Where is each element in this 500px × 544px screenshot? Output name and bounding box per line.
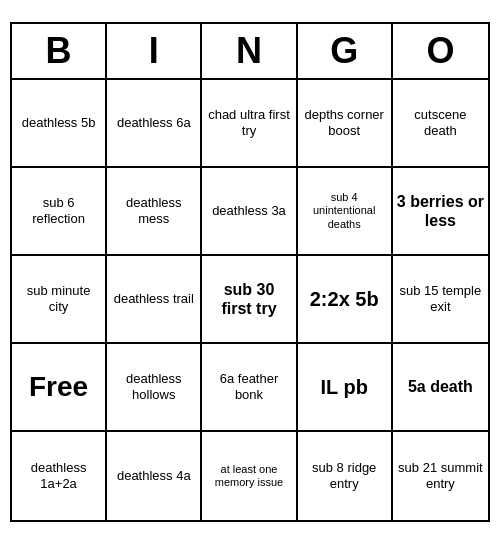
- bingo-board: BINGO deathless 5bdeathless 6achad ultra…: [10, 22, 490, 522]
- header-letter-n: N: [202, 24, 297, 78]
- bingo-cell-11: deathless trail: [107, 256, 202, 344]
- bingo-cell-2: chad ultra first try: [202, 80, 297, 168]
- bingo-cell-6: deathless mess: [107, 168, 202, 256]
- bingo-cell-4: cutscene death: [393, 80, 488, 168]
- header-letter-g: G: [298, 24, 393, 78]
- bingo-cell-1: deathless 6a: [107, 80, 202, 168]
- bingo-cell-13: 2:2x 5b: [298, 256, 393, 344]
- bingo-cell-16: deathless hollows: [107, 344, 202, 432]
- bingo-cell-21: deathless 4a: [107, 432, 202, 520]
- bingo-cell-7: deathless 3a: [202, 168, 297, 256]
- bingo-cell-20: deathless 1a+2a: [12, 432, 107, 520]
- bingo-cell-19: 5a death: [393, 344, 488, 432]
- header-letter-b: B: [12, 24, 107, 78]
- bingo-cell-22: at least one memory issue: [202, 432, 297, 520]
- bingo-cell-8: sub 4 unintentional deaths: [298, 168, 393, 256]
- bingo-cell-12: sub 30 first try: [202, 256, 297, 344]
- bingo-cell-23: sub 8 ridge entry: [298, 432, 393, 520]
- bingo-cell-18: IL pb: [298, 344, 393, 432]
- header-letter-i: I: [107, 24, 202, 78]
- bingo-cell-9: 3 berries or less: [393, 168, 488, 256]
- bingo-cell-0: deathless 5b: [12, 80, 107, 168]
- bingo-cell-14: sub 15 temple exit: [393, 256, 488, 344]
- bingo-grid: deathless 5bdeathless 6achad ultra first…: [12, 80, 488, 520]
- header-letter-o: O: [393, 24, 488, 78]
- bingo-cell-10: sub minute city: [12, 256, 107, 344]
- bingo-cell-5: sub 6 reflection: [12, 168, 107, 256]
- bingo-cell-3: depths corner boost: [298, 80, 393, 168]
- bingo-header: BINGO: [12, 24, 488, 80]
- bingo-cell-15: Free: [12, 344, 107, 432]
- bingo-cell-17: 6a feather bonk: [202, 344, 297, 432]
- bingo-cell-24: sub 21 summit entry: [393, 432, 488, 520]
